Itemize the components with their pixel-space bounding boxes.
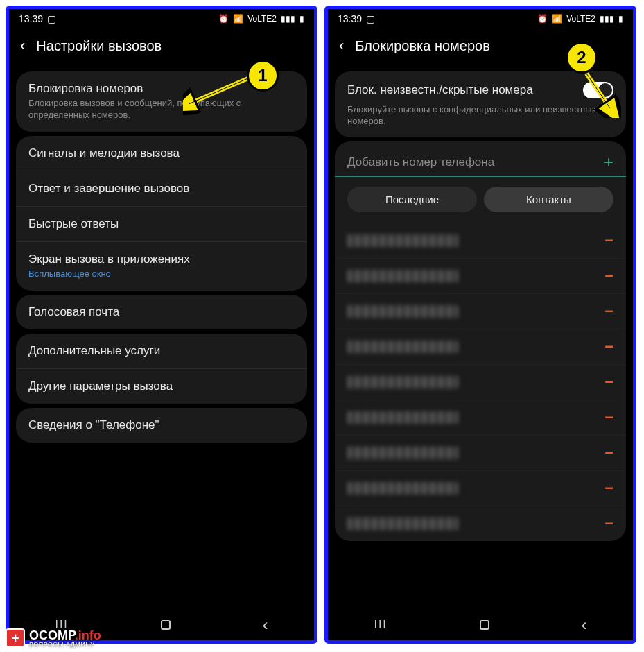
blocked-number-row[interactable]: − — [335, 400, 626, 436]
status-time: 13:39 — [19, 13, 43, 24]
watermark-tld: .info — [75, 628, 101, 642]
settings-group-5: Сведения о "Телефоне" — [16, 408, 307, 443]
blocked-number-redacted — [347, 341, 458, 353]
item-title: Дополнительные услуги — [28, 344, 295, 358]
lte-label: VoLTE2 — [247, 14, 277, 24]
blocked-number-row[interactable]: − — [335, 471, 626, 506]
remove-icon[interactable]: − — [604, 373, 613, 391]
blocked-number-row[interactable]: − — [335, 329, 626, 365]
input-placeholder: Добавить номер телефона — [347, 155, 604, 169]
nav-bar: III ‹ — [328, 615, 633, 635]
watermark-plus-icon: + — [6, 628, 25, 648]
screen-title: Блокировка номеров — [355, 38, 490, 54]
signal-icon: ▮▮▮ — [281, 14, 295, 24]
nav-home-icon[interactable] — [480, 620, 489, 630]
blocked-number-row[interactable]: − — [335, 294, 626, 329]
item-about-phone[interactable]: Сведения о "Телефоне" — [16, 408, 307, 443]
blocked-number-row[interactable]: − — [335, 259, 626, 294]
add-icon[interactable]: + — [604, 153, 613, 172]
item-title: Быстрые ответы — [28, 217, 295, 231]
svg-line-3 — [586, 74, 610, 108]
remove-icon[interactable]: − — [604, 232, 613, 250]
block-list-card: Добавить номер телефона + Последние Конт… — [335, 141, 626, 541]
item-title: Голосовая почта — [28, 305, 295, 319]
item-other-params[interactable]: Другие параметры вызова — [16, 369, 307, 404]
item-title: Другие параметры вызова — [28, 379, 295, 393]
item-supplementary[interactable]: Дополнительные услуги — [16, 334, 307, 369]
item-title: Сведения о "Телефоне" — [28, 418, 295, 432]
item-call-display[interactable]: Экран вызова в приложениях Всплывающее о… — [16, 242, 307, 291]
toggle-title: Блок. неизвестн./скрытые номера — [347, 83, 575, 97]
add-number-input[interactable]: Добавить номер телефона + — [335, 143, 626, 177]
battery-icon: ▮ — [618, 14, 623, 24]
settings-group-4: Дополнительные услуги Другие параметры в… — [16, 334, 307, 404]
remove-icon[interactable]: − — [604, 515, 613, 533]
alarm-icon: ⏰ — [537, 14, 548, 24]
watermark-site: OCOMP — [29, 628, 75, 642]
blocked-number-redacted — [347, 447, 458, 459]
blocked-number-redacted — [347, 234, 458, 247]
annotation-arrow-2 — [580, 69, 621, 118]
recent-button[interactable]: Последние — [347, 187, 477, 212]
item-answer-end[interactable]: Ответ и завершение вызовов — [16, 171, 307, 207]
nav-back-icon[interactable]: ‹ — [263, 615, 268, 635]
blocked-number-redacted — [347, 305, 458, 318]
screenshot-icon: ▢ — [47, 13, 56, 24]
svg-line-1 — [189, 78, 250, 104]
status-bar: 13:39 ▢ ⏰ 📶 VoLTE2 ▮▮▮ ▮ — [328, 9, 633, 28]
screenshot-icon: ▢ — [366, 13, 375, 24]
phone-screen-1: 13:39 ▢ ⏰ 📶 VoLTE2 ▮▮▮ ▮ ‹ Настройки выз… — [6, 6, 317, 644]
remove-icon[interactable]: − — [604, 338, 613, 356]
blocked-number-row[interactable]: − — [335, 365, 626, 400]
remove-icon[interactable]: − — [604, 302, 613, 320]
remove-icon[interactable]: − — [604, 409, 613, 427]
watermark-sub: ВОПРОСЫ АДМИНУ — [29, 642, 101, 648]
nav-home-icon[interactable] — [161, 620, 171, 630]
back-icon[interactable]: ‹ — [20, 37, 25, 55]
lte-label: VoLTE2 — [566, 14, 595, 24]
blocked-number-row[interactable]: − — [335, 436, 626, 471]
wifi-icon: 📶 — [233, 14, 243, 24]
alarm-icon: ⏰ — [218, 14, 229, 24]
nav-back-icon[interactable]: ‹ — [582, 615, 587, 635]
item-voicemail[interactable]: Голосовая почта — [16, 295, 307, 329]
blocked-number-redacted — [347, 411, 458, 424]
remove-icon[interactable]: − — [604, 479, 613, 497]
item-title: Ответ и завершение вызовов — [28, 182, 295, 196]
blocked-number-row[interactable]: − — [335, 223, 626, 259]
settings-group-3: Голосовая почта — [16, 295, 307, 329]
blocked-number-redacted — [347, 517, 458, 530]
nav-recent-icon[interactable]: III — [374, 619, 387, 631]
blocked-list: −−−−−−−−− — [335, 223, 626, 541]
remove-icon[interactable]: − — [604, 444, 613, 462]
signal-icon: ▮▮▮ — [600, 14, 614, 24]
status-time: 13:39 — [338, 13, 362, 24]
contacts-button[interactable]: Контакты — [484, 187, 613, 212]
wifi-icon: 📶 — [552, 14, 562, 24]
item-title: Сигналы и мелодии вызова — [28, 146, 295, 160]
blocked-number-redacted — [347, 482, 458, 495]
status-bar: 13:39 ▢ ⏰ 📶 VoLTE2 ▮▮▮ ▮ — [9, 9, 314, 28]
watermark: + OCOMP.info ВОПРОСЫ АДМИНУ — [6, 628, 101, 648]
annotation-badge-1: 1 — [247, 60, 279, 92]
back-icon[interactable]: ‹ — [339, 37, 344, 55]
blocked-number-redacted — [347, 376, 458, 388]
blocked-number-row[interactable]: − — [335, 506, 626, 541]
item-ringtones[interactable]: Сигналы и мелодии вызова — [16, 136, 307, 171]
item-quick-replies[interactable]: Быстрые ответы — [16, 207, 307, 242]
item-title: Экран вызова в приложениях — [28, 252, 295, 266]
remove-icon[interactable]: − — [604, 267, 613, 285]
battery-icon: ▮ — [299, 14, 304, 24]
annotation-badge-2: 2 — [566, 42, 598, 74]
settings-group-2: Сигналы и мелодии вызова Ответ и заверше… — [16, 136, 307, 291]
blocked-number-redacted — [347, 270, 458, 282]
item-subtitle: Всплывающее окно — [28, 268, 295, 280]
screen-title: Настройки вызовов — [36, 38, 162, 54]
